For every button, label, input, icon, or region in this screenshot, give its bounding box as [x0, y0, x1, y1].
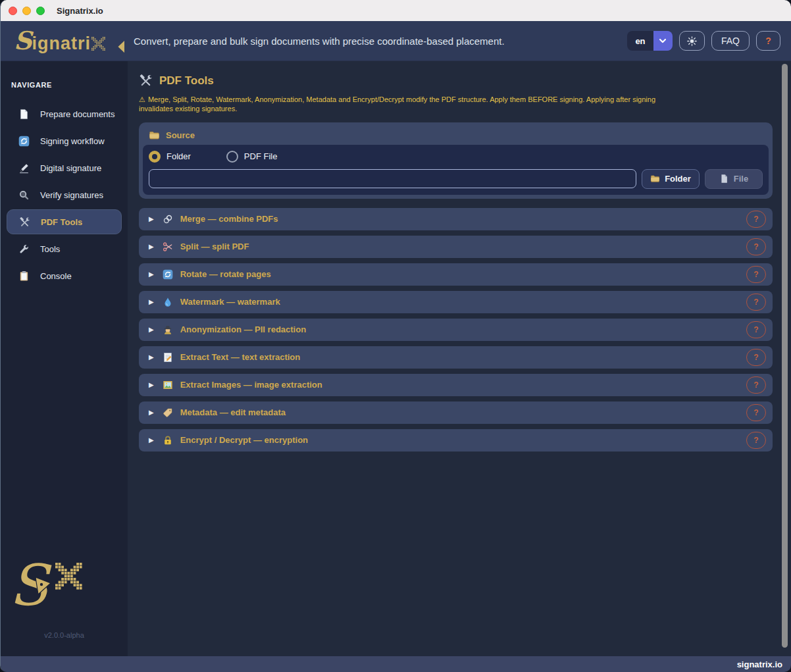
radio-folder-label: Folder: [166, 151, 191, 161]
tool-section-label: Encrypt / Decrypt — encryption: [180, 435, 746, 445]
section-help-button[interactable]: ?: [746, 404, 766, 421]
sidebar-item-label: Digital signature: [40, 163, 101, 173]
language-code[interactable]: en: [627, 31, 653, 51]
tool-section-row-extract-images-image-extraction[interactable]: ▶ Extract Images — image extraction ?: [139, 374, 773, 396]
sun-icon: [686, 36, 698, 47]
section-help-button[interactable]: ?: [746, 238, 766, 255]
app-window: Signatrix.io Signatri Convert, prepare a…: [0, 0, 791, 672]
tool-section-row-merge-combine-pdfs[interactable]: ▶ Merge — combine PDFs ?: [139, 208, 773, 230]
section-help-button[interactable]: ?: [746, 211, 766, 228]
sidebar-item-verify-signatures[interactable]: Verify signatures: [7, 182, 122, 207]
sidebar-item-label: Signing workflow: [40, 136, 105, 146]
document-icon: [18, 109, 30, 120]
footer-brand: signatrix.io: [737, 659, 782, 669]
tool-section-row-anonymization-pii-redaction[interactable]: ▶ Anonymization — PII redaction ?: [139, 319, 773, 341]
zoom-window-button[interactable]: [36, 7, 45, 15]
language-dropdown-button[interactable]: [653, 31, 673, 51]
tool-sections: ▶ Merge — combine PDFs ? ▶ Split — split…: [139, 208, 773, 452]
sidebar-item-tools[interactable]: Tools: [7, 236, 122, 261]
tool-section-row-encrypt-decrypt-encryption[interactable]: ▶ Encrypt / Decrypt — encryption ?: [139, 429, 773, 452]
browse-folder-button[interactable]: Folder: [642, 169, 700, 189]
sidebar-item-label: Prepare documents: [40, 109, 115, 119]
expand-triangle-icon: ▶: [149, 381, 154, 388]
section-help-button[interactable]: ?: [746, 349, 766, 366]
tool-section-row-watermark-watermark[interactable]: ▶ Watermark — watermark ?: [139, 291, 773, 313]
minimize-window-button[interactable]: [22, 7, 31, 15]
tool-section-label: Split — split PDF: [180, 242, 746, 251]
app-version: v2.0.0-alpha: [1, 631, 128, 639]
folder-icon: [650, 174, 660, 184]
close-window-button[interactable]: [9, 7, 17, 15]
radio-unselected-icon[interactable]: [226, 151, 238, 163]
radio-pdf-file-label: PDF File: [244, 151, 278, 161]
vertical-scrollbar-thumb[interactable]: [782, 64, 788, 648]
source-radio-folder[interactable]: Folder: [149, 151, 191, 163]
main-content: PDF Tools ⚠Merge, Split, Rotate, Waterma…: [128, 61, 791, 656]
nav-section-label: NAVIGARE: [1, 81, 128, 89]
browse-file-label: File: [734, 174, 748, 184]
expand-triangle-icon: ▶: [149, 298, 154, 305]
sidebar-item-console[interactable]: Console: [7, 263, 122, 288]
sidebar-item-label: Console: [40, 271, 72, 281]
expand-triangle-icon: ▶: [149, 436, 154, 444]
page-title: PDF Tools: [159, 74, 214, 88]
source-panel-title: Source: [166, 130, 195, 140]
tool-section-row-split-split-pdf[interactable]: ▶ Split — split PDF ?: [139, 236, 773, 258]
signature-pen-icon: [18, 163, 30, 174]
picture-icon: [163, 380, 173, 390]
browse-file-button[interactable]: File: [705, 169, 763, 189]
logo-letter-s: S: [14, 28, 32, 53]
section-help-button[interactable]: ?: [746, 266, 766, 283]
browse-folder-label: Folder: [665, 174, 691, 184]
sidebar-item-digital-signature[interactable]: Digital signature: [7, 155, 122, 180]
section-help-button[interactable]: ?: [746, 294, 766, 311]
source-radio-pdf-file[interactable]: PDF File: [226, 151, 278, 163]
signatrix-emblem-logo: S: [13, 555, 116, 610]
logo-wordmark: ignatri: [32, 34, 91, 54]
language-selector[interactable]: en: [627, 31, 673, 51]
sidebar-item-pdf-tools[interactable]: PDF Tools: [7, 209, 122, 234]
droplet-icon: [163, 297, 173, 307]
expand-triangle-icon: ▶: [149, 215, 154, 222]
source-inner-panel: Folder PDF File Folder: [143, 145, 769, 195]
workflow-icon: [18, 136, 30, 147]
tool-section-row-extract-text-text-extraction[interactable]: ▶ Extract Text — text extraction ?: [139, 346, 773, 369]
sidebar-item-label: PDF Tools: [41, 217, 82, 227]
app-header: Signatri Convert, prepare and bulk sign …: [1, 21, 791, 61]
sidebar-item-label: Verify signatures: [40, 190, 103, 200]
wrench-icon: [18, 244, 30, 255]
signatrix-logo: Signatri: [14, 28, 124, 54]
expand-triangle-icon: ▶: [149, 243, 154, 250]
magnifier-icon: [18, 190, 30, 201]
lock-icon: [163, 435, 173, 446]
app-tagline: Convert, prepare and bulk sign documents…: [134, 36, 627, 47]
tool-section-row-rotate-rotate-pages[interactable]: ▶ Rotate — rotate pages ?: [139, 263, 773, 286]
expand-triangle-icon: ▶: [149, 353, 154, 361]
scissors-icon: [163, 242, 173, 252]
hammer-wrench-icon: [19, 217, 30, 228]
section-help-button[interactable]: ?: [746, 376, 766, 394]
memo-icon: [163, 352, 173, 363]
faq-button[interactable]: FAQ: [711, 31, 750, 51]
detective-icon: [163, 324, 173, 335]
expand-triangle-icon: ▶: [149, 271, 154, 278]
expand-triangle-icon: ▶: [149, 326, 154, 333]
window-title: Signatrix.io: [57, 6, 103, 16]
radio-selected-icon[interactable]: [149, 151, 161, 163]
sidebar-item-label: Tools: [40, 244, 60, 254]
logo-pixel-x-icon: [91, 36, 124, 53]
sidebar-item-signing-workflow[interactable]: Signing workflow: [7, 128, 122, 153]
expand-triangle-icon: ▶: [149, 409, 154, 416]
rotate-icon: [163, 269, 173, 280]
source-panel: Source Folder PDF File: [139, 122, 773, 199]
section-help-button[interactable]: ?: [746, 321, 766, 338]
theme-toggle-button[interactable]: [679, 31, 705, 51]
header-help-button[interactable]: ?: [756, 31, 780, 51]
sidebar-item-prepare-documents[interactable]: Prepare documents: [7, 101, 122, 126]
pdf-structure-warning: ⚠Merge, Split, Rotate, Watermark, Anonym…: [139, 95, 682, 114]
source-path-input[interactable]: [149, 169, 636, 188]
tool-section-label: Watermark — watermark: [180, 297, 746, 307]
hammer-wrench-icon: [139, 74, 153, 88]
tool-section-row-metadata-edit-metadata[interactable]: ▶ Metadata — edit metadata ?: [139, 401, 773, 424]
section-help-button[interactable]: ?: [746, 432, 766, 449]
